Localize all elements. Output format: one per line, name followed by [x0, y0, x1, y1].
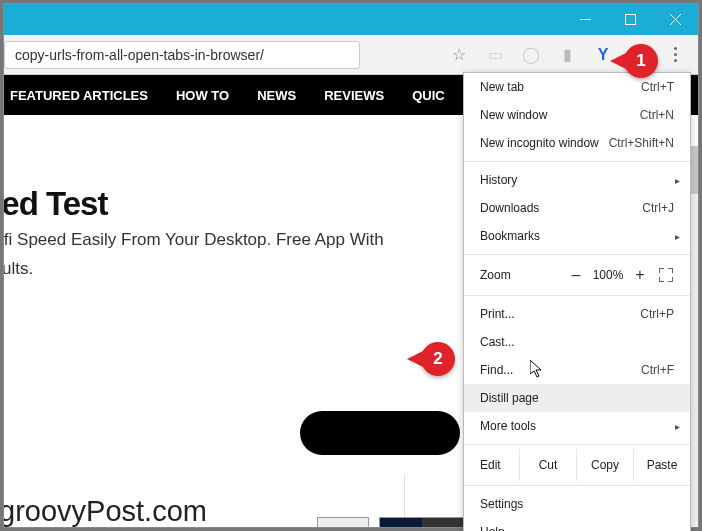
menu-separator	[464, 254, 690, 255]
zoom-out-button[interactable]: –	[564, 266, 588, 284]
extension-icon-1[interactable]: ▭	[486, 46, 504, 64]
thumbnail[interactable]	[379, 517, 465, 527]
menu-button[interactable]	[666, 46, 684, 64]
menu-edit-label: Edit	[464, 449, 519, 481]
maximize-button[interactable]	[608, 4, 653, 35]
menu-separator	[464, 295, 690, 296]
chevron-right-icon: ▸	[675, 231, 680, 242]
menu-more-tools[interactable]: More tools▸	[464, 412, 690, 440]
zoom-value: 100%	[588, 268, 628, 282]
extension-icon-2[interactable]: ◯	[522, 46, 540, 64]
nav-item[interactable]: QUIC	[412, 88, 445, 103]
close-button[interactable]	[653, 4, 698, 35]
menu-history[interactable]: History▸	[464, 166, 690, 194]
address-bar[interactable]: copy-urls-from-all-open-tabs-in-browser/	[4, 41, 360, 69]
nav-item[interactable]: REVIEWS	[324, 88, 384, 103]
menu-new-window[interactable]: New windowCtrl+N	[464, 101, 690, 129]
menu-cut[interactable]: Cut	[519, 449, 576, 481]
thumbnail-row	[317, 517, 465, 527]
zoom-in-button[interactable]: +	[628, 266, 652, 284]
toolbar-icons: ☆ ▭ ◯ ▮ Y	[450, 46, 698, 64]
nav-item[interactable]: HOW TO	[176, 88, 229, 103]
chevron-right-icon: ▸	[675, 175, 680, 186]
menu-copy[interactable]: Copy	[576, 449, 633, 481]
annotation-callout-2: 2	[421, 342, 455, 376]
menu-zoom: Zoom – 100% +	[464, 259, 690, 291]
chevron-right-icon: ▸	[675, 527, 680, 532]
chevron-right-icon: ▸	[675, 421, 680, 432]
titlebar	[4, 4, 698, 35]
svg-rect-1	[626, 15, 636, 25]
menu-new-tab[interactable]: New tabCtrl+T	[464, 73, 690, 101]
menu-new-incognito[interactable]: New incognito windowCtrl+Shift+N	[464, 129, 690, 157]
menu-distill-page[interactable]: Distill page	[464, 384, 690, 412]
fullscreen-icon[interactable]	[658, 267, 674, 283]
menu-downloads[interactable]: DownloadsCtrl+J	[464, 194, 690, 222]
annotation-callout-1: 1	[624, 44, 658, 78]
site-logo[interactable]: groovyPost.com	[4, 495, 207, 527]
menu-separator	[464, 444, 690, 445]
menu-separator	[464, 485, 690, 486]
menu-separator	[464, 161, 690, 162]
menu-paste[interactable]: Paste	[633, 449, 690, 481]
ad-button[interactable]	[300, 411, 460, 455]
minimize-button[interactable]	[563, 4, 608, 35]
menu-bookmarks[interactable]: Bookmarks▸	[464, 222, 690, 250]
menu-cast[interactable]: Cast...	[464, 328, 690, 356]
star-icon[interactable]: ☆	[450, 46, 468, 64]
menu-print[interactable]: Print...Ctrl+P	[464, 300, 690, 328]
nav-item[interactable]: FEATURED ARTICLES	[10, 88, 148, 103]
menu-settings[interactable]: Settings	[464, 490, 690, 518]
toolbar: copy-urls-from-all-open-tabs-in-browser/…	[4, 35, 698, 75]
extension-icon-3[interactable]: ▮	[558, 46, 576, 64]
nav-item[interactable]: NEWS	[257, 88, 296, 103]
svg-rect-0	[580, 19, 591, 20]
menu-find[interactable]: Find...Ctrl+F	[464, 356, 690, 384]
thumbnail[interactable]	[317, 517, 369, 527]
dots-icon	[674, 47, 677, 50]
chrome-menu: New tabCtrl+T New windowCtrl+N New incog…	[463, 72, 691, 531]
cursor-icon	[530, 360, 546, 380]
menu-edit-row: Edit Cut Copy Paste	[464, 449, 690, 481]
menu-help[interactable]: Help▸	[464, 518, 690, 531]
